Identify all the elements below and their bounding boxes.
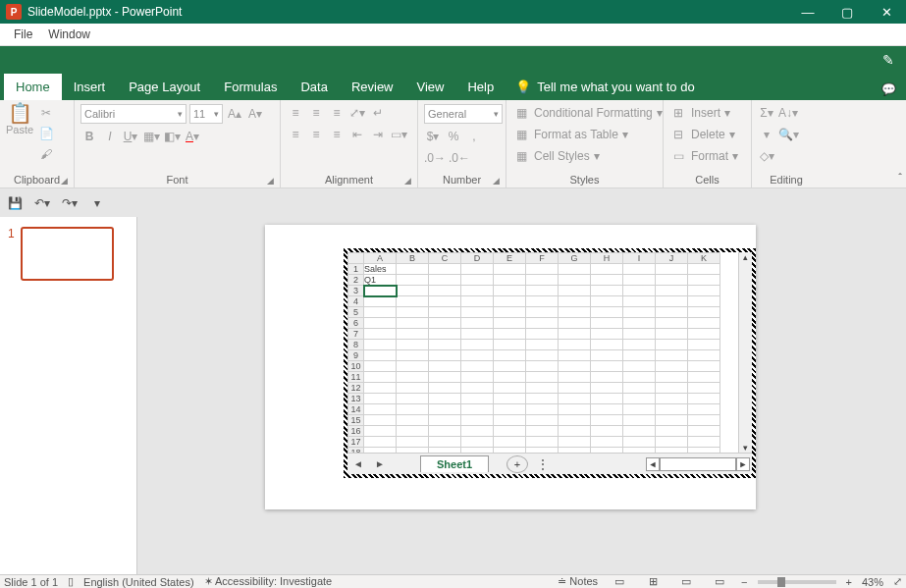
currency-icon[interactable]: $▾ xyxy=(424,128,442,145)
embedded-spreadsheet-object[interactable]: ABCDEFGHIJK1Sales2Q134567891011121314151… xyxy=(344,248,756,478)
paste-button[interactable]: 📋 Paste xyxy=(6,104,33,174)
insert-cells-button[interactable]: ⊞Insert▾ xyxy=(669,104,745,122)
tab-help[interactable]: Help xyxy=(455,74,506,100)
horizontal-scrollbar[interactable]: ◄► xyxy=(646,457,750,471)
window-title: SlideModel.pptx - PowerPoint xyxy=(27,5,182,19)
menu-file[interactable]: File xyxy=(6,27,40,41)
delete-cells-button[interactable]: ⊟Delete▾ xyxy=(669,126,745,143)
increase-decimal-icon[interactable]: .0→ xyxy=(424,149,446,167)
status-spell-icon[interactable]: ▯ xyxy=(68,575,74,588)
merge-icon[interactable]: ▭▾ xyxy=(390,126,407,143)
fill-color-icon[interactable]: ◧▾ xyxy=(163,128,181,145)
border-icon[interactable]: ▦▾ xyxy=(142,128,160,145)
format-as-table-button[interactable]: ▦Format as Table▾ xyxy=(512,126,657,143)
group-clipboard: 📋 Paste ✂ 📄 🖌 Clipboard◢ xyxy=(0,100,75,187)
align-right-icon[interactable]: ≡ xyxy=(328,126,346,143)
tab-view[interactable]: View xyxy=(405,74,456,100)
status-accessibility[interactable]: ✶ Accessibility: Investigate xyxy=(204,575,333,588)
find-select-icon[interactable]: 🔍▾ xyxy=(778,126,799,143)
sorter-view-icon[interactable]: ⊞ xyxy=(641,575,665,588)
sheet-nav-next[interactable]: ► xyxy=(369,458,391,469)
main-area: 1 ABCDEFGHIJK1Sales2Q1345678910111213141… xyxy=(0,217,906,574)
fill-icon[interactable]: ▾ xyxy=(758,126,775,143)
group-number: General▾ $▾ % , .0→ .0← Number◢ xyxy=(418,100,506,187)
align-middle-icon[interactable]: ≡ xyxy=(307,104,325,122)
font-size-combo[interactable]: 11▾ xyxy=(189,104,223,124)
slide-thumbnail-1[interactable]: 1 xyxy=(8,227,129,281)
wrap-text-icon[interactable]: ↵ xyxy=(369,104,387,122)
sheet-nav-prev[interactable]: ◄ xyxy=(347,458,369,469)
increase-font-icon[interactable]: A▴ xyxy=(226,105,243,123)
copy-icon[interactable]: 📄 xyxy=(37,125,55,142)
increase-indent-icon[interactable]: ⇥ xyxy=(369,126,387,143)
cut-icon[interactable]: ✂ xyxy=(37,104,55,122)
format-cells-button[interactable]: ▭Format▾ xyxy=(669,147,745,165)
notes-button[interactable]: ≐ Notes xyxy=(558,575,598,588)
tab-page-layout[interactable]: Page Layout xyxy=(117,74,212,100)
group-cells: ⊞Insert▾ ⊟Delete▾ ▭Format▾ Cells xyxy=(664,100,752,187)
italic-icon[interactable]: I xyxy=(101,128,119,145)
titlebar: P SlideModel.pptx - PowerPoint — ▢ ✕ xyxy=(0,0,906,24)
collapse-ribbon-icon[interactable]: ˆ xyxy=(898,172,902,184)
zoom-slider[interactable] xyxy=(758,580,836,584)
worksheet-grid[interactable]: ABCDEFGHIJK1Sales2Q134567891011121314151… xyxy=(347,252,720,453)
underline-icon[interactable]: U▾ xyxy=(122,128,139,145)
save-icon[interactable]: 💾 xyxy=(6,194,24,212)
vertical-scrollbar[interactable]: ▴▾ xyxy=(738,252,752,453)
comma-icon[interactable]: , xyxy=(465,128,483,145)
ribbon-body: 📋 Paste ✂ 📄 🖌 Clipboard◢ Calibri▾ 11▾ A▴… xyxy=(0,100,906,188)
font-color-icon[interactable]: A▾ xyxy=(184,128,201,145)
undo-icon[interactable]: ↶▾ xyxy=(33,194,51,212)
sort-filter-icon[interactable]: A↓▾ xyxy=(778,104,798,122)
decrease-indent-icon[interactable]: ⇤ xyxy=(348,126,366,143)
font-name-combo[interactable]: Calibri▾ xyxy=(80,104,187,124)
status-language[interactable]: English (United States) xyxy=(83,576,194,588)
ribbon-header: ✎ Home Insert Page Layout Formulas Data … xyxy=(0,46,906,100)
normal-view-icon[interactable]: ▭ xyxy=(608,575,631,588)
comments-icon[interactable]: 💬 xyxy=(881,82,896,96)
align-top-icon[interactable]: ≡ xyxy=(287,104,304,122)
slideshow-view-icon[interactable]: ▭ xyxy=(708,575,731,588)
decrease-font-icon[interactable]: A▾ xyxy=(246,105,264,123)
menu-window[interactable]: Window xyxy=(40,27,98,41)
zoom-level[interactable]: 43% xyxy=(862,576,883,588)
sheet-tab-sheet1[interactable]: Sheet1 xyxy=(420,455,489,472)
orientation-icon[interactable]: ⤢▾ xyxy=(348,104,366,122)
percent-icon[interactable]: % xyxy=(445,128,462,145)
pen-icon[interactable]: ✎ xyxy=(882,52,894,68)
tab-review[interactable]: Review xyxy=(340,74,405,100)
tab-data[interactable]: Data xyxy=(289,74,339,100)
tab-insert[interactable]: Insert xyxy=(62,74,118,100)
format-painter-icon[interactable]: 🖌 xyxy=(37,145,55,163)
slide: ABCDEFGHIJK1Sales2Q134567891011121314151… xyxy=(265,225,756,509)
group-alignment: ≡ ≡ ≡ ⤢▾ ↵ ≡ ≡ ≡ ⇤ ⇥ ▭▾ Alignment◢ xyxy=(281,100,418,187)
conditional-formatting-button[interactable]: ▦Conditional Formatting▾ xyxy=(512,104,657,122)
maximize-button[interactable]: ▢ xyxy=(827,0,867,24)
tell-me-search[interactable]: 💡 Tell me what you want to do xyxy=(506,74,704,100)
align-bottom-icon[interactable]: ≡ xyxy=(328,104,346,122)
align-left-icon[interactable]: ≡ xyxy=(287,126,304,143)
add-sheet-button[interactable]: + xyxy=(506,455,528,473)
autosum-icon[interactable]: Σ▾ xyxy=(758,104,775,122)
number-format-combo[interactable]: General▾ xyxy=(424,104,503,124)
zoom-out-button[interactable]: − xyxy=(741,576,747,588)
status-slide: Slide 1 of 1 xyxy=(4,576,58,588)
close-button[interactable]: ✕ xyxy=(867,0,906,24)
cell-styles-button[interactable]: ▦Cell Styles▾ xyxy=(512,147,657,165)
group-editing: Σ▾A↓▾ ▾🔍▾ ◇▾ Editing xyxy=(752,100,821,187)
reading-view-icon[interactable]: ▭ xyxy=(674,575,698,588)
qat-customize-icon[interactable]: ▾ xyxy=(88,194,106,212)
bold-icon[interactable]: B xyxy=(80,128,98,145)
tab-formulas[interactable]: Formulas xyxy=(212,74,289,100)
fit-to-window-icon[interactable]: ⤢ xyxy=(893,575,902,588)
decrease-decimal-icon[interactable]: .0← xyxy=(449,149,470,167)
slide-canvas[interactable]: ABCDEFGHIJK1Sales2Q134567891011121314151… xyxy=(137,217,906,574)
menubar: File Window xyxy=(0,24,906,46)
tab-home[interactable]: Home xyxy=(4,74,62,100)
zoom-in-button[interactable]: + xyxy=(846,576,852,588)
clear-icon[interactable]: ◇▾ xyxy=(758,147,775,165)
ribbon-tabs: Home Insert Page Layout Formulas Data Re… xyxy=(0,73,906,100)
minimize-button[interactable]: — xyxy=(788,0,827,24)
redo-icon[interactable]: ↷▾ xyxy=(61,194,79,212)
align-center-icon[interactable]: ≡ xyxy=(307,126,325,143)
